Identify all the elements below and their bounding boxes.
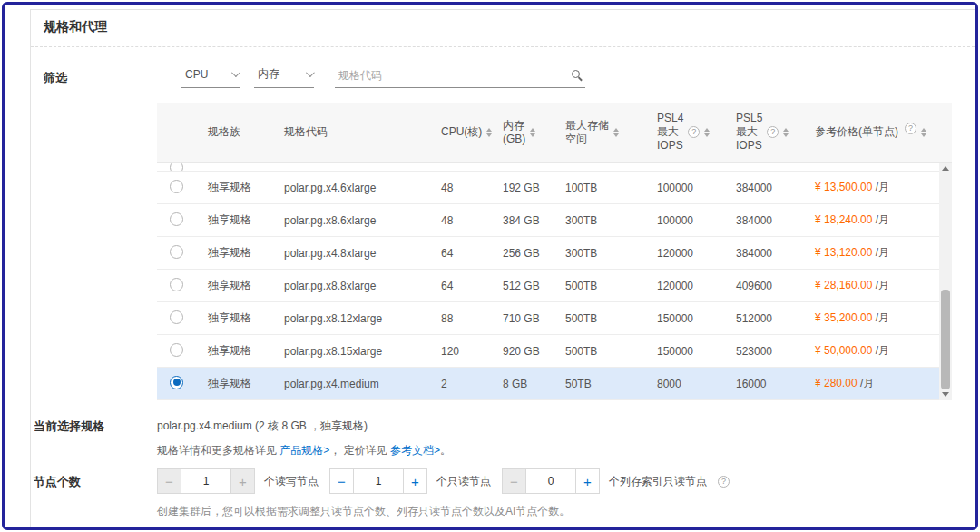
spec-code-search-input[interactable] — [338, 69, 538, 82]
increment-button[interactable]: + — [231, 468, 255, 494]
sort-icon[interactable] — [613, 128, 619, 137]
table-row[interactable]: 独享规格 polar.pg.x8.6xlarge 48 384 GB 300TB… — [157, 204, 939, 237]
table-scrollbar[interactable] — [939, 163, 952, 400]
spec-code: polar.pg.x4.8xlarge — [277, 247, 433, 260]
node-count-stepper: − + — [329, 468, 427, 494]
spec-memory: 512 GB — [496, 280, 556, 292]
spec-radio[interactable] — [170, 212, 183, 226]
price-amount: ¥ 280.00 — [815, 377, 858, 389]
table-row[interactable]: 独享规格 polar.pg.x4.6xlarge 48 192 GB 100TB… — [157, 172, 939, 204]
help-icon[interactable]: ? — [688, 126, 700, 138]
sort-icon[interactable] — [783, 128, 789, 137]
table-row-clipped[interactable] — [157, 163, 939, 172]
stepper-label: 个读写节点 — [264, 474, 318, 489]
spec-price: ¥ 50,000.00 /月 — [807, 343, 939, 359]
price-unit: /月 — [860, 377, 874, 389]
node-count-input[interactable] — [181, 468, 231, 494]
help-icon[interactable]: ? — [718, 476, 730, 488]
spec-radio[interactable] — [170, 343, 183, 357]
spec-psl4-iops: 150000 — [647, 312, 727, 325]
spec-code: polar.pg.x4.6xlarge — [277, 182, 433, 194]
spec-radio[interactable] — [170, 376, 183, 389]
increment-button[interactable]: + — [576, 468, 600, 494]
node-count-input[interactable] — [353, 468, 404, 494]
sort-icon[interactable] — [486, 128, 492, 137]
filter-label: 筛选 — [44, 70, 67, 86]
price-unit: /月 — [876, 213, 889, 226]
spec-family: 独享规格 — [201, 212, 277, 228]
spec-max-storage: 500TB — [556, 345, 647, 358]
spec-code: polar.pg.x8.8xlarge — [277, 280, 433, 292]
price-unit: /月 — [876, 246, 889, 259]
spec-radio[interactable] — [170, 310, 183, 324]
sort-icon[interactable] — [921, 128, 926, 137]
spec-table: 规格族 规格代码 CPU(核) 内存 (GB) — [157, 103, 952, 400]
spec-max-storage: 300TB — [556, 214, 647, 227]
decrement-button[interactable]: − — [502, 468, 525, 494]
memory-filter-select[interactable]: 内存 — [254, 66, 314, 88]
spec-radio[interactable] — [170, 245, 183, 259]
price-amount: ¥ 28,160.00 — [815, 279, 872, 291]
scroll-up-button[interactable] — [939, 163, 952, 174]
decrement-button[interactable]: − — [157, 468, 181, 494]
table-row[interactable]: 独享规格 polar.pg.x4.8xlarge 64 256 GB 300TB… — [157, 237, 939, 270]
current-spec-detail: 规格详情和更多规格详见 产品规格>， 定价详见 参考文档>。 — [157, 443, 451, 458]
scrollbar-thumb[interactable] — [941, 290, 950, 389]
spec-family: 独享规格 — [201, 310, 277, 326]
chevron-down-icon — [231, 68, 240, 77]
header-spec-code: 规格代码 — [277, 124, 433, 140]
spec-psl4-iops: 120000 — [647, 247, 727, 260]
table-header: 规格族 规格代码 CPU(核) 内存 (GB) — [157, 103, 952, 163]
spec-psl4-iops: 100000 — [647, 182, 727, 194]
spec-selection-page: 规格和代理 筛选 CPU 内存 规格族 规格代码 — [0, 0, 980, 532]
spec-radio[interactable] — [170, 163, 183, 172]
spec-psl5-iops: 384000 — [727, 182, 807, 194]
price-unit: /月 — [876, 311, 889, 324]
stepper-label: 个列存索引只读节点 — [609, 474, 707, 489]
table-row[interactable]: 独享规格 polar.pg.x8.12xlarge 88 710 GB 500T… — [157, 302, 939, 335]
header-family: 规格族 — [201, 124, 277, 140]
product-spec-link[interactable]: 产品规格> — [279, 444, 329, 457]
price-amount: ¥ 50,000.00 — [815, 344, 872, 357]
spec-cpu-cores: 48 — [433, 182, 496, 194]
cpu-filter-select[interactable]: CPU — [181, 66, 240, 88]
increment-button[interactable]: + — [404, 468, 427, 494]
scroll-down-button[interactable] — [939, 389, 952, 400]
section-title: 规格和代理 — [44, 19, 107, 35]
filter-controls: CPU 内存 — [181, 66, 585, 88]
table-row[interactable]: 独享规格 polar.pg.x8.15xlarge 120 920 GB 500… — [157, 335, 939, 368]
sort-icon[interactable] — [704, 128, 710, 137]
cpu-filter-value: CPU — [185, 68, 208, 81]
spec-cpu-cores: 64 — [433, 247, 496, 260]
help-icon[interactable]: ? — [767, 126, 779, 138]
table-body: 独享规格 polar.pg.x4.6xlarge 48 192 GB 100TB… — [157, 163, 939, 400]
node-count-input[interactable] — [525, 468, 576, 494]
header-psl5-iops: PSL5 最大 IOPS ? — [727, 112, 807, 153]
spec-radio[interactable] — [170, 278, 183, 291]
detail-prefix: 规格详情和更多规格详见 — [157, 444, 279, 457]
spec-radio[interactable] — [170, 180, 183, 193]
chevron-down-icon — [306, 68, 315, 77]
table-row[interactable]: 独享规格 polar.pg.x4.medium 2 8 GB 50TB 8000… — [157, 368, 939, 400]
spec-max-storage: 100TB — [556, 182, 647, 194]
price-amount: ¥ 35,200.00 — [815, 311, 872, 324]
decrement-button[interactable]: − — [329, 468, 353, 494]
detail-middle: ， 定价详见 — [329, 444, 390, 457]
spec-family: 独享规格 — [201, 376, 277, 391]
spec-cpu-cores: 120 — [433, 345, 496, 358]
spec-max-storage: 500TB — [556, 280, 647, 292]
node-count-hint: 创建集群后，您可以根据需求调整只读节点个数、列存只读节点个数以及AI节点个数。 — [157, 504, 570, 519]
current-spec-value: polar.pg.x4.medium (2 核 8 GB ，独享规格) — [157, 419, 368, 434]
table-row[interactable]: 独享规格 polar.pg.x8.8xlarge 64 512 GB 500TB… — [157, 270, 939, 302]
help-icon[interactable]: ? — [905, 123, 916, 134]
spec-cpu-cores: 64 — [433, 280, 496, 292]
sort-icon[interactable] — [530, 128, 535, 137]
search-icon[interactable] — [572, 70, 580, 78]
spec-psl4-iops: 8000 — [647, 378, 727, 390]
spec-price: ¥ 13,500.00 /月 — [807, 180, 939, 195]
spec-cpu-cores: 2 — [433, 378, 496, 390]
spec-psl5-iops: 384000 — [727, 214, 807, 227]
reference-doc-link[interactable]: 参考文档> — [390, 444, 440, 457]
spec-price: ¥ 13,120.00 /月 — [807, 245, 939, 261]
spec-code: polar.pg.x4.medium — [277, 378, 433, 390]
